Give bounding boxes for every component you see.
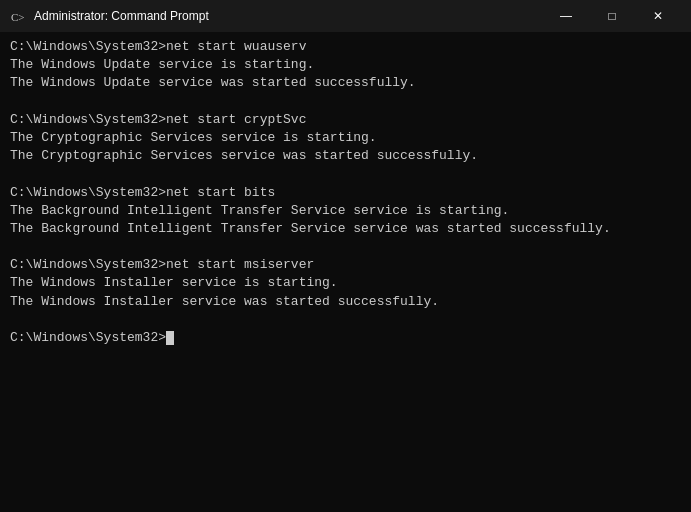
blank-line [10, 238, 681, 256]
close-button[interactable]: ✕ [635, 2, 681, 30]
terminal-line: The Windows Update service is starting. [10, 56, 681, 74]
blank-line [10, 93, 681, 111]
cursor [166, 331, 174, 345]
terminal-line: C:\Windows\System32>net start wuauserv [10, 38, 681, 56]
terminal-line: The Cryptographic Services service was s… [10, 147, 681, 165]
terminal-line: The Windows Installer service is startin… [10, 274, 681, 292]
minimize-button[interactable]: — [543, 2, 589, 30]
title-bar: C> Administrator: Command Prompt — □ ✕ [0, 0, 691, 32]
window-title: Administrator: Command Prompt [34, 9, 209, 23]
terminal-line: C:\Windows\System32> [10, 329, 681, 347]
maximize-button[interactable]: □ [589, 2, 635, 30]
blank-line [10, 165, 681, 183]
terminal-line: The Cryptographic Services service is st… [10, 129, 681, 147]
terminal-body[interactable]: C:\Windows\System32>net start wuauservTh… [0, 32, 691, 512]
terminal-line: C:\Windows\System32>net start cryptSvc [10, 111, 681, 129]
terminal-line: The Background Intelligent Transfer Serv… [10, 202, 681, 220]
blank-line [10, 311, 681, 329]
terminal-line: C:\Windows\System32>net start msiserver [10, 256, 681, 274]
title-bar-left: C> Administrator: Command Prompt [10, 8, 209, 24]
cmd-icon: C> [10, 8, 26, 24]
title-bar-controls: — □ ✕ [543, 2, 681, 30]
terminal-line: The Windows Update service was started s… [10, 74, 681, 92]
svg-text:C>: C> [11, 11, 25, 23]
terminal-line: The Background Intelligent Transfer Serv… [10, 220, 681, 238]
terminal-line: C:\Windows\System32>net start bits [10, 184, 681, 202]
terminal-line: The Windows Installer service was starte… [10, 293, 681, 311]
